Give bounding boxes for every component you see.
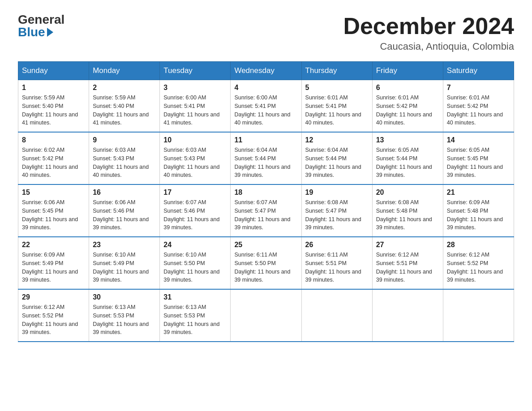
sunset-label: Sunset: 5:52 PM <box>22 313 63 319</box>
calendar-cell: 6 Sunrise: 6:01 AM Sunset: 5:42 PM Dayli… <box>372 80 443 133</box>
sunrise-label: Sunrise: 6:03 AM <box>163 147 206 153</box>
calendar-header-sunday: Sunday <box>18 62 89 80</box>
day-number: 23 <box>93 241 156 249</box>
location-title: Caucasia, Antioquia, Colombia <box>343 41 514 52</box>
day-number: 12 <box>305 136 369 144</box>
day-info: Sunrise: 6:00 AM Sunset: 5:41 PM Dayligh… <box>234 94 297 127</box>
day-info: Sunrise: 6:01 AM Sunset: 5:42 PM Dayligh… <box>447 94 510 127</box>
sunrise-label: Sunrise: 5:59 AM <box>22 94 64 101</box>
day-number: 8 <box>22 136 85 144</box>
daylight-label: Daylight: 11 hours and 40 minutes. <box>376 111 432 126</box>
calendar-header-tuesday: Tuesday <box>160 62 231 80</box>
calendar-header-row: SundayMondayTuesdayWednesdayThursdayFrid… <box>18 62 514 80</box>
day-info: Sunrise: 6:10 AM Sunset: 5:50 PM Dayligh… <box>163 251 227 284</box>
calendar-cell: 24 Sunrise: 6:10 AM Sunset: 5:50 PM Dayl… <box>160 237 231 289</box>
calendar-cell: 19 Sunrise: 6:08 AM Sunset: 5:47 PM Dayl… <box>301 184 372 237</box>
sunrise-label: Sunrise: 6:09 AM <box>447 199 489 206</box>
calendar-header-monday: Monday <box>89 62 160 80</box>
calendar-cell: 26 Sunrise: 6:11 AM Sunset: 5:51 PM Dayl… <box>301 237 372 289</box>
calendar-cell: 29 Sunrise: 6:12 AM Sunset: 5:52 PM Dayl… <box>18 289 89 342</box>
sunset-label: Sunset: 5:50 PM <box>163 260 205 266</box>
sunset-label: Sunset: 5:40 PM <box>93 103 134 109</box>
calendar-cell <box>301 289 372 342</box>
day-info: Sunrise: 6:11 AM Sunset: 5:51 PM Dayligh… <box>305 251 369 284</box>
daylight-label: Daylight: 11 hours and 39 minutes. <box>305 216 361 231</box>
calendar-cell: 25 Sunrise: 6:11 AM Sunset: 5:50 PM Dayl… <box>231 237 301 289</box>
day-info: Sunrise: 6:00 AM Sunset: 5:41 PM Dayligh… <box>163 94 227 127</box>
sunrise-label: Sunrise: 6:07 AM <box>234 199 277 206</box>
daylight-label: Daylight: 11 hours and 39 minutes. <box>447 216 503 231</box>
day-info: Sunrise: 6:02 AM Sunset: 5:42 PM Dayligh… <box>22 146 85 180</box>
daylight-label: Daylight: 11 hours and 41 minutes. <box>93 111 149 126</box>
calendar-cell: 11 Sunrise: 6:04 AM Sunset: 5:44 PM Dayl… <box>231 132 301 184</box>
sunset-label: Sunset: 5:46 PM <box>163 208 205 214</box>
sunset-label: Sunset: 5:42 PM <box>22 155 63 162</box>
sunset-label: Sunset: 5:42 PM <box>447 103 488 109</box>
day-number: 4 <box>234 84 297 92</box>
day-number: 14 <box>447 136 510 144</box>
day-number: 30 <box>93 293 156 301</box>
daylight-label: Daylight: 11 hours and 39 minutes. <box>22 321 78 336</box>
sunrise-label: Sunrise: 5:59 AM <box>93 94 135 101</box>
day-number: 25 <box>234 241 297 249</box>
calendar-cell: 2 Sunrise: 5:59 AM Sunset: 5:40 PM Dayli… <box>89 80 160 133</box>
sunrise-label: Sunrise: 6:04 AM <box>305 147 348 153</box>
daylight-label: Daylight: 11 hours and 39 minutes. <box>305 269 361 283</box>
sunset-label: Sunset: 5:43 PM <box>93 155 134 162</box>
daylight-label: Daylight: 11 hours and 39 minutes. <box>22 216 78 231</box>
sunrise-label: Sunrise: 6:13 AM <box>163 304 206 310</box>
daylight-label: Daylight: 11 hours and 40 minutes. <box>163 164 219 179</box>
sunset-label: Sunset: 5:51 PM <box>305 260 347 266</box>
calendar-cell: 3 Sunrise: 6:00 AM Sunset: 5:41 PM Dayli… <box>160 80 231 133</box>
sunset-label: Sunset: 5:53 PM <box>93 313 134 319</box>
calendar-cell: 16 Sunrise: 6:06 AM Sunset: 5:46 PM Dayl… <box>89 184 160 237</box>
calendar-header-friday: Friday <box>372 62 443 80</box>
sunset-label: Sunset: 5:52 PM <box>447 260 488 266</box>
day-info: Sunrise: 5:59 AM Sunset: 5:40 PM Dayligh… <box>93 94 156 127</box>
calendar-cell: 27 Sunrise: 6:12 AM Sunset: 5:51 PM Dayl… <box>372 237 443 289</box>
day-info: Sunrise: 6:12 AM Sunset: 5:52 PM Dayligh… <box>447 251 510 284</box>
sunrise-label: Sunrise: 6:11 AM <box>305 252 348 258</box>
day-number: 15 <box>22 188 85 197</box>
day-info: Sunrise: 6:13 AM Sunset: 5:53 PM Dayligh… <box>93 303 156 337</box>
calendar-cell: 4 Sunrise: 6:00 AM Sunset: 5:41 PM Dayli… <box>231 80 301 133</box>
calendar-header-wednesday: Wednesday <box>231 62 301 80</box>
calendar-cell: 15 Sunrise: 6:06 AM Sunset: 5:45 PM Dayl… <box>18 184 89 237</box>
sunset-label: Sunset: 5:41 PM <box>234 103 275 109</box>
day-info: Sunrise: 6:10 AM Sunset: 5:49 PM Dayligh… <box>93 251 156 284</box>
sunset-label: Sunset: 5:48 PM <box>447 208 488 214</box>
logo: General Blue <box>18 13 64 39</box>
day-info: Sunrise: 6:05 AM Sunset: 5:44 PM Dayligh… <box>376 146 439 180</box>
day-info: Sunrise: 6:07 AM Sunset: 5:46 PM Dayligh… <box>163 198 227 232</box>
sunrise-label: Sunrise: 6:06 AM <box>93 199 135 206</box>
calendar-cell: 9 Sunrise: 6:03 AM Sunset: 5:43 PM Dayli… <box>89 132 160 184</box>
daylight-label: Daylight: 11 hours and 40 minutes. <box>447 111 503 126</box>
title-area: December 2024 Caucasia, Antioquia, Colom… <box>343 13 514 52</box>
calendar-cell: 31 Sunrise: 6:13 AM Sunset: 5:53 PM Dayl… <box>160 289 231 342</box>
calendar-week-5: 29 Sunrise: 6:12 AM Sunset: 5:52 PM Dayl… <box>18 289 514 342</box>
month-title: December 2024 <box>343 13 514 39</box>
day-info: Sunrise: 6:13 AM Sunset: 5:53 PM Dayligh… <box>163 303 227 337</box>
day-info: Sunrise: 6:08 AM Sunset: 5:48 PM Dayligh… <box>376 198 439 232</box>
sunset-label: Sunset: 5:49 PM <box>93 260 134 266</box>
sunrise-label: Sunrise: 6:05 AM <box>376 147 419 153</box>
calendar-cell: 8 Sunrise: 6:02 AM Sunset: 5:42 PM Dayli… <box>18 132 89 184</box>
day-info: Sunrise: 6:06 AM Sunset: 5:45 PM Dayligh… <box>22 198 85 232</box>
sunset-label: Sunset: 5:43 PM <box>163 155 205 162</box>
sunrise-label: Sunrise: 6:04 AM <box>234 147 277 153</box>
sunset-label: Sunset: 5:44 PM <box>305 155 347 162</box>
sunrise-label: Sunrise: 6:01 AM <box>376 94 419 101</box>
sunset-label: Sunset: 5:50 PM <box>234 260 275 266</box>
calendar-cell: 23 Sunrise: 6:10 AM Sunset: 5:49 PM Dayl… <box>89 237 160 289</box>
calendar-cell: 21 Sunrise: 6:09 AM Sunset: 5:48 PM Dayl… <box>443 184 514 237</box>
day-number: 1 <box>22 84 85 92</box>
sunset-label: Sunset: 5:44 PM <box>234 155 275 162</box>
sunrise-label: Sunrise: 6:09 AM <box>22 252 64 258</box>
calendar-header-saturday: Saturday <box>443 62 514 80</box>
day-info: Sunrise: 6:01 AM Sunset: 5:42 PM Dayligh… <box>376 94 439 127</box>
day-number: 26 <box>305 241 369 249</box>
calendar-week-1: 1 Sunrise: 5:59 AM Sunset: 5:40 PM Dayli… <box>18 80 514 133</box>
daylight-label: Daylight: 11 hours and 40 minutes. <box>93 164 149 179</box>
page-header: General Blue December 2024 Caucasia, Ant… <box>18 13 514 52</box>
calendar-cell <box>231 289 301 342</box>
